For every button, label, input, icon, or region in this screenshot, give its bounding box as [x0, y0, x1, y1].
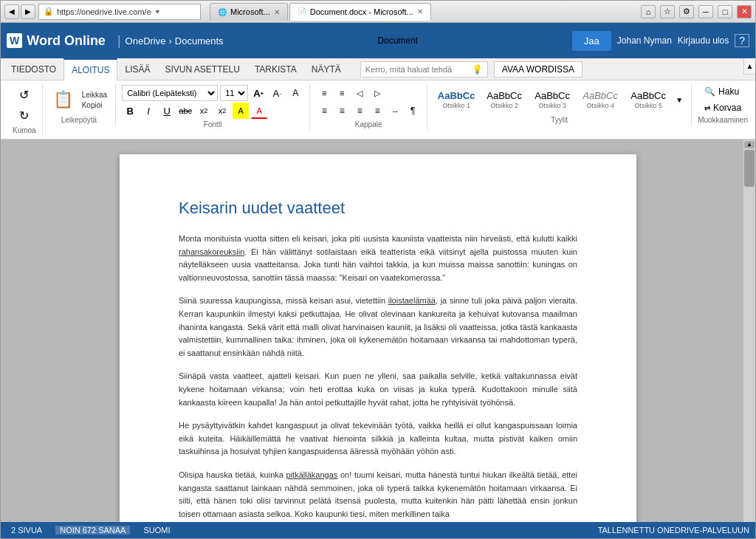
page-count[interactable]: 2 SIVUA	[7, 526, 47, 535]
increase-indent-button[interactable]: ▷	[369, 85, 385, 101]
strikethrough-button[interactable]: abc	[177, 103, 193, 119]
para-row2: ≡ ≡ ≡ ≡ ↔ ¶	[316, 103, 421, 119]
window: ◀ ▶ 🔒 https://onedrive.live.com/e ▼ 🌐 Mi…	[0, 0, 756, 539]
align-right-button[interactable]: ≡	[351, 103, 368, 119]
styles-more-button[interactable]: ▼	[673, 85, 685, 114]
superscript-button[interactable]: x2	[214, 103, 230, 119]
group-clipboard: 📋 Leikkaa Kopioi Leikepöytä	[43, 83, 116, 126]
replace-button[interactable]: ⇄ Korvaa	[701, 101, 744, 114]
style-otsikko1[interactable]: AaBbCc Otsikko 1	[433, 88, 479, 111]
styles-container: AaBbCc Otsikko 1 AaBbCc Otsikko 2 AaBbCc…	[433, 85, 685, 114]
group-styles-label: Tyylit	[551, 116, 568, 124]
tab-1[interactable]: 🌐 Microsoft... ✕	[210, 3, 288, 21]
back-button[interactable]: ◀	[4, 4, 19, 19]
ribbon-collapse-button[interactable]: ▲	[743, 58, 755, 75]
ribbon-tabs: TIEDOSTO ALOITUS LISÄÄ SIVUN ASETTELU TA…	[1, 58, 755, 80]
tab-tarkista[interactable]: TARKISTA	[247, 58, 304, 80]
tab-nayta[interactable]: NÄYTÄ	[304, 58, 348, 80]
search-lightbulb-icon: 💡	[472, 64, 483, 75]
font-family-select[interactable]: Calibri (Leipäteksti)	[122, 85, 218, 101]
word-count[interactable]: NOIN 672 SANAA	[55, 526, 130, 535]
clear-format-button[interactable]: A	[287, 85, 303, 101]
show-paragraph-button[interactable]: ¶	[405, 103, 421, 119]
align-justify-button[interactable]: ≡	[369, 103, 385, 119]
line-spacing-button[interactable]: ↔	[387, 103, 403, 119]
cut-copy-buttons: Leikkaa Kopioi	[80, 90, 109, 110]
help-button[interactable]: ?	[735, 34, 749, 47]
align-center-button[interactable]: ≡	[334, 103, 350, 119]
font-decrease-button[interactable]: A-	[269, 85, 285, 101]
language[interactable]: SUOMI	[139, 526, 174, 535]
document-area[interactable]: Keisarin uudet vaatteet Monta monituista…	[1, 140, 755, 522]
sign-out-link[interactable]: Kirjaudu ulos	[678, 35, 729, 46]
forward-button[interactable]: ▶	[21, 4, 35, 19]
paragraph-controls: ≡ ≡ ◁ ▷ ≡ ≡ ≡ ≡ ↔ ¶	[316, 85, 421, 119]
group-editing: 🔍 Haku ⇄ Korvaa Muokkaaminen	[692, 83, 754, 126]
tab-2-close[interactable]: ✕	[417, 7, 423, 16]
cut-button[interactable]: Leikkaa	[80, 90, 109, 100]
home-button[interactable]: ⌂	[641, 5, 656, 18]
font-size-select[interactable]: 11	[220, 85, 248, 101]
numbered-list-button[interactable]: ≡	[334, 85, 350, 101]
tab-lisaa[interactable]: LISÄÄ	[117, 58, 157, 80]
status-center: TALLENNETTU ONEDRIVE-PALVELUUN	[598, 526, 749, 535]
tab-1-close[interactable]: ✕	[274, 8, 280, 16]
font-controls: Calibri (Leipäteksti) 11 A+ A- A B I U a…	[122, 85, 303, 119]
style-otsikko5[interactable]: AaBbCc Otsikko 5	[625, 88, 671, 111]
open-word-button[interactable]: AVAA WORDISSA	[494, 61, 583, 78]
bullet-list-button[interactable]: ≡	[316, 85, 332, 101]
style-otsikko2[interactable]: AaBbCc Otsikko 2	[481, 88, 527, 111]
tab-2[interactable]: 📄 Document.docx - Microsoft... ✕	[289, 3, 431, 21]
decrease-indent-button[interactable]: ◁	[351, 85, 368, 101]
italic-button[interactable]: I	[140, 103, 157, 119]
style-otsikko3[interactable]: AaBbCc Otsikko 3	[529, 88, 575, 111]
share-button[interactable]: Jaa	[572, 31, 611, 51]
word-icon: W	[7, 33, 22, 48]
underline-button[interactable]: U	[159, 103, 175, 119]
tab-tiedosto[interactable]: TIEDOSTO	[4, 58, 63, 80]
align-left-button[interactable]: ≡	[316, 103, 332, 119]
para-row1: ≡ ≡ ◁ ▷	[316, 85, 421, 101]
breadcrumb-onedrive[interactable]: OneDrive	[126, 35, 166, 47]
group-paragraph: ≡ ≡ ◁ ▷ ≡ ≡ ≡ ≡ ↔ ¶ Kappale	[310, 83, 427, 130]
tab-1-icon: 🌐	[218, 8, 227, 16]
dropdown-icon: ▼	[154, 8, 161, 16]
font-color-button[interactable]: A	[251, 103, 267, 119]
minimize-button[interactable]: ─	[698, 5, 713, 18]
undo-button[interactable]: ↺	[14, 85, 35, 104]
subscript-button[interactable]: x2	[196, 103, 212, 119]
user-name[interactable]: Johan Nyman	[617, 35, 672, 46]
search-box[interactable]: 💡	[360, 61, 488, 78]
copy-button[interactable]: Kopioi	[80, 100, 109, 110]
scroll-up-button[interactable]: ▲	[744, 141, 755, 148]
highlight-button[interactable]: A	[233, 103, 249, 119]
saved-status: TALLENNETTU ONEDRIVE-PALVELUUN	[598, 526, 749, 535]
redo-button[interactable]: ↻	[14, 106, 35, 125]
document-page: Keisarin uudet vaatteet Monta monituista…	[120, 154, 636, 522]
style-otsikko4[interactable]: AaBbCc Otsikko 4	[577, 88, 623, 111]
tab-sivun-asettelu[interactable]: SIVUN ASETTELU	[158, 58, 247, 80]
font-increase-button[interactable]: A+	[250, 85, 267, 101]
address-bar[interactable]: 🔒 https://onedrive.live.com/e ▼	[38, 4, 201, 20]
group-styles: AaBbCc Otsikko 1 AaBbCc Otsikko 2 AaBbCc…	[427, 83, 692, 126]
close-button[interactable]: ✕	[737, 5, 752, 18]
scrollbar-thumb[interactable]	[744, 150, 755, 187]
search-editing-button[interactable]: 🔍 Haku	[701, 85, 742, 98]
paste-button[interactable]: 📋	[49, 85, 78, 114]
bold-button[interactable]: B	[122, 103, 138, 119]
scrollbar[interactable]: ▲	[743, 140, 755, 522]
star-button[interactable]: ☆	[660, 5, 675, 18]
undo-redo-buttons: ↺ ↻	[14, 85, 35, 125]
search-input[interactable]	[365, 65, 469, 74]
breadcrumb-documents[interactable]: Documents	[175, 35, 224, 47]
replace-icon: ⇄	[704, 104, 710, 112]
styles-items: AaBbCc Otsikko 1 AaBbCc Otsikko 2 AaBbCc…	[433, 85, 685, 114]
tab-2-label: Document.docx - Microsoft...	[310, 7, 413, 16]
paragraph-1: Monta monituista vuotta sitten eli keisa…	[179, 233, 577, 284]
tab-aloitus[interactable]: ALOITUS	[63, 58, 117, 80]
settings-button[interactable]: ⚙	[679, 5, 694, 18]
maximize-button[interactable]: □	[718, 5, 732, 18]
font-row2: B I U abc x2 x2 A A	[122, 103, 303, 119]
window-controls: ⌂ ☆ ⚙ ─ □ ✕	[641, 5, 752, 18]
group-font-label: Fontti	[204, 120, 222, 128]
